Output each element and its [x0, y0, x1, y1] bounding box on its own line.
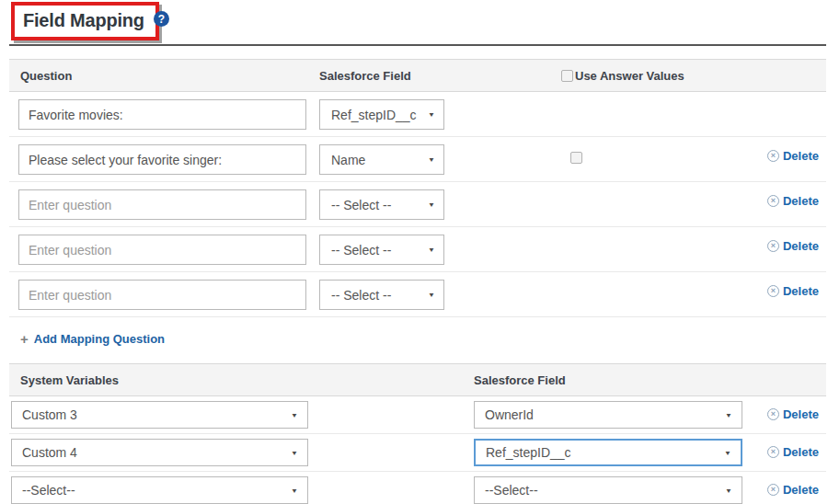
mapping-row: -- Select -- ▼ × Delete	[9, 272, 826, 317]
system-variable-select[interactable]: Custom 3 ▼	[11, 401, 308, 429]
system-table-header: System Variables Salesforce Field	[9, 363, 826, 396]
plus-icon: +	[20, 332, 29, 346]
annotation-red-box: Field Mapping	[11, 2, 159, 40]
page-title: Field Mapping	[23, 10, 144, 30]
salesforce-field-select[interactable]: -- Select -- ▼	[319, 280, 444, 310]
system-row: Custom 4 ▼ Ref_stepID__c ▼ × Delete	[9, 434, 826, 472]
delete-row-link[interactable]: × Delete	[767, 149, 819, 163]
header-salesforce-field: Salesforce Field	[474, 373, 751, 387]
mapping-row: Name ▼ × Delete	[9, 137, 826, 182]
use-answer-values-checkbox[interactable]	[561, 70, 573, 82]
system-variables-table: System Variables Salesforce Field Custom…	[9, 363, 826, 504]
delete-icon: ×	[767, 446, 779, 458]
system-variable-select[interactable]: --Select-- ▼	[11, 476, 308, 504]
delete-icon: ×	[767, 240, 779, 252]
header-use-answer-values: Use Answer Values	[460, 69, 751, 83]
question-mapping-table: Question Salesforce Field Use Answer Val…	[9, 59, 826, 317]
help-icon[interactable]: ?	[154, 11, 169, 27]
chevron-down-icon: ▼	[291, 487, 298, 494]
mapping-row: -- Select -- ▼ × Delete	[9, 227, 826, 272]
system-row: Custom 3 ▼ OwnerId ▼ × Delete	[9, 396, 826, 434]
delete-icon: ×	[767, 150, 779, 162]
mapping-row: -- Select -- ▼ × Delete	[9, 182, 826, 227]
title-band: Field Mapping ?	[9, 0, 826, 46]
delete-icon: ×	[767, 484, 779, 496]
salesforce-field-select[interactable]: Name ▼	[319, 144, 444, 175]
delete-row-link[interactable]: × Delete	[767, 194, 819, 208]
salesforce-field-select[interactable]: -- Select -- ▼	[319, 235, 444, 265]
chevron-down-icon: ▼	[428, 291, 435, 298]
chevron-down-icon: ▼	[725, 411, 732, 418]
mapping-row: Ref_stepID__c ▼	[9, 92, 826, 137]
delete-icon: ×	[767, 408, 779, 420]
header-system-variables: System Variables	[9, 373, 474, 387]
question-table-header: Question Salesforce Field Use Answer Val…	[9, 59, 826, 92]
salesforce-field-select-focused[interactable]: Ref_stepID__c ▼	[474, 439, 742, 466]
add-row: + Add Mapping Question	[9, 317, 826, 363]
salesforce-field-select[interactable]: OwnerId ▼	[474, 401, 742, 429]
system-row: --Select-- ▼ --Select-- ▼ × Delete	[9, 472, 826, 504]
salesforce-field-select[interactable]: --Select-- ▼	[474, 476, 742, 504]
chevron-down-icon: ▼	[725, 487, 732, 494]
chevron-down-icon: ▼	[291, 411, 298, 418]
system-variable-select[interactable]: Custom 4 ▼	[11, 439, 308, 466]
use-answer-values-label: Use Answer Values	[575, 69, 684, 83]
use-answer-values-row-checkbox[interactable]	[570, 152, 582, 164]
question-input[interactable]	[18, 280, 306, 310]
chevron-down-icon: ▼	[291, 449, 298, 456]
header-question: Question	[9, 69, 319, 83]
delete-row-link[interactable]: × Delete	[767, 445, 819, 459]
add-mapping-question-link[interactable]: + Add Mapping Question	[20, 332, 165, 346]
chevron-down-icon: ▼	[428, 155, 435, 163]
delete-icon: ×	[767, 195, 779, 207]
question-input[interactable]	[18, 99, 306, 130]
question-input[interactable]	[18, 144, 306, 175]
question-input[interactable]	[18, 189, 306, 220]
chevron-down-icon: ▼	[724, 449, 731, 456]
salesforce-field-select[interactable]: -- Select -- ▼	[319, 189, 444, 220]
salesforce-field-select[interactable]: Ref_stepID__c ▼	[319, 99, 444, 130]
delete-icon: ×	[767, 285, 779, 297]
chevron-down-icon: ▼	[428, 246, 435, 253]
chevron-down-icon: ▼	[428, 110, 435, 118]
delete-row-link[interactable]: × Delete	[767, 407, 819, 421]
delete-row-link[interactable]: × Delete	[767, 483, 819, 497]
chevron-down-icon: ▼	[428, 200, 435, 208]
question-input[interactable]	[18, 235, 306, 265]
header-salesforce-field: Salesforce Field	[319, 69, 460, 83]
delete-row-link[interactable]: × Delete	[767, 284, 819, 298]
delete-row-link[interactable]: × Delete	[767, 239, 819, 253]
field-mapping-page: Field Mapping ? Question Salesforce Fiel…	[0, 0, 828, 504]
title-divider	[9, 44, 826, 46]
